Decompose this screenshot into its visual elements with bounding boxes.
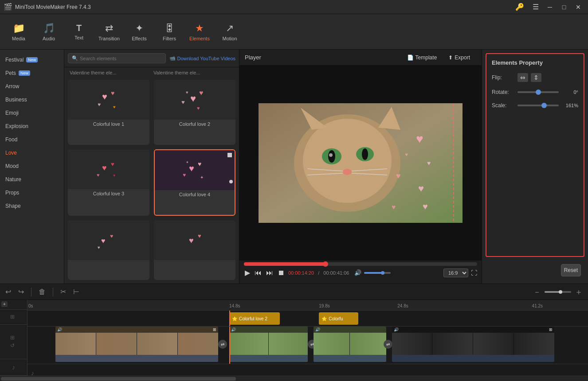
svg-text:♥: ♥ [405, 152, 408, 158]
toolbar-text[interactable]: T Text [64, 16, 94, 48]
category-mood[interactable]: Mood [0, 159, 64, 173]
toolbar-motion[interactable]: ↗ Motion [215, 16, 245, 48]
category-explosion[interactable]: Explosion [0, 120, 64, 133]
element-clip-2[interactable]: ⭐ Colorfu [319, 312, 358, 325]
category-love[interactable]: Love [0, 146, 64, 159]
scrollbar-thumb[interactable] [1, 377, 236, 381]
track1-icon-button[interactable]: ⊞ [10, 314, 15, 320]
video-track-icon-2[interactable]: ↺ [10, 342, 15, 349]
hearts-svg-2: ♥ ♥ ♥ ♥ ♥ [175, 84, 215, 115]
element-card-colorful-love-2[interactable]: ♥ ♥ ♥ ♥ ♥ Colorful love 2 [154, 80, 235, 145]
rotate-slider[interactable] [517, 91, 559, 93]
next-frame-button[interactable]: ⏭ [265, 268, 274, 278]
undo-button[interactable]: ↩ [4, 287, 13, 297]
scale-slider-thumb[interactable] [541, 103, 547, 108]
toolbar-media[interactable]: 📁 Media [4, 16, 34, 48]
progress-bar[interactable] [244, 262, 477, 266]
svg-text:♥: ♥ [198, 233, 201, 239]
element-card-colorful-love-6[interactable]: ♥ ♥ [154, 220, 235, 280]
cat-image: ♥ ♥ ♥ ♥ ♥ ♥ ♥ [259, 103, 463, 223]
close-button[interactable]: ✕ [572, 3, 584, 12]
toolbar-effects[interactable]: ✦ Effects [124, 16, 154, 48]
svg-text:♥: ♥ [199, 89, 204, 97]
element-card-colorful-love-1[interactable]: ♥ ♥ ♥ ♥ Colorful love 1 [68, 80, 149, 145]
flip-vertical-button[interactable]: ⇕ [531, 73, 541, 82]
category-arrow[interactable]: Arrow [0, 80, 64, 93]
volume-area: 🔊 [353, 268, 391, 277]
export-button[interactable]: ⬆ Export [442, 53, 476, 62]
svg-text:♥: ♥ [186, 90, 188, 95]
category-food[interactable]: Food [0, 133, 64, 146]
hearts-svg-6: ♥ ♥ [175, 225, 215, 256]
fullscreen-button[interactable]: ⛶ [471, 269, 477, 276]
zoom-in-button[interactable]: ＋ [573, 286, 584, 298]
toolbar-elements[interactable]: ★ Elements [184, 16, 215, 48]
template-button[interactable]: 📄 Template [402, 53, 443, 62]
elements-icon: ★ [195, 23, 204, 34]
cut-button[interactable]: ✂ [59, 287, 68, 297]
element-card-colorful-love-3[interactable]: ♥ ♥ ♥ ♥ Colorful love 3 [68, 149, 149, 216]
timeline-scrollbar[interactable] [0, 376, 588, 381]
player-title: Player [245, 54, 402, 61]
ruler-bar: 0s 14.8s 19.8s 24.8s 41.2s [27, 300, 588, 311]
download-youtube-button[interactable]: 📹 Download YouTube Videos [169, 55, 236, 61]
redo-button[interactable]: ↪ [16, 287, 26, 297]
video-clip-4[interactable]: 🔊 ⊞ [392, 327, 555, 362]
toolbar-filters[interactable]: 🎛 Filters [154, 16, 184, 48]
search-input[interactable] [80, 56, 133, 61]
toolbar-audio[interactable]: 🎵 Audio [34, 16, 64, 48]
category-emoji[interactable]: Emoji [0, 106, 64, 120]
video-clip-3[interactable]: 🔊 [314, 327, 386, 362]
progress-thumb[interactable] [323, 261, 328, 267]
scale-slider[interactable] [517, 105, 559, 106]
tick-14s: 14.8s [229, 303, 240, 310]
add-track-button[interactable]: + [1, 301, 8, 307]
playhead-element [229, 311, 230, 326]
category-props[interactable]: Props [0, 186, 64, 199]
category-festival[interactable]: Festival New [0, 53, 64, 66]
play-button[interactable]: ▶ [244, 268, 251, 278]
category-shape[interactable]: Shape [0, 199, 64, 213]
flip-horizontal-button[interactable]: ⇔ [517, 73, 528, 82]
maximize-button[interactable]: □ [558, 3, 570, 12]
rotate-row: Rotate: 0° [492, 89, 578, 95]
element-clip-1[interactable]: ⭐ Colorful love 2 [229, 312, 280, 325]
category-list: Festival New Pets New Arrow Business Emo… [0, 50, 64, 284]
card-label-6 [154, 260, 235, 264]
swap-button-1[interactable]: ⇄ [218, 340, 227, 349]
clip2-audio-icon: 🔊 [231, 327, 236, 332]
prev-frame-button[interactable]: ⏮ [254, 268, 263, 278]
category-business[interactable]: Business [0, 93, 64, 106]
menu-button[interactable]: ☰ [529, 3, 542, 12]
clip2-label: Colorfu [329, 316, 343, 321]
element-card-colorful-love-4[interactable]: ♥ ♥ ♥ ✦ ✦ Colorful love 4 [154, 149, 235, 216]
timeline: ↩ ↪ 🗑 ✂ ⊢ － ＋ + ⊞ ⊞ ↺ [0, 284, 588, 381]
zoom-slider[interactable] [545, 291, 571, 293]
video-clip-2[interactable]: 🔊 [229, 327, 308, 362]
video-track-icon-1[interactable]: ⊞ [10, 334, 15, 341]
stop-button[interactable]: ⏹ [277, 268, 286, 278]
swap-button-3[interactable]: ⇄ [384, 340, 392, 349]
volume-slider[interactable] [364, 272, 391, 274]
aspect-ratio-select[interactable]: 16:9 9:16 4:3 1:1 [443, 268, 468, 277]
rotate-slider-thumb[interactable] [536, 89, 541, 95]
svg-text:♥: ♥ [427, 159, 431, 167]
app-title: MiniTool MovieMaker Free 7.4.3 [15, 4, 515, 10]
timeline-tracks[interactable]: 0s 14.8s 19.8s 24.8s 41.2s ⭐ Colorful lo… [27, 300, 588, 376]
text-icon: T [76, 23, 82, 33]
delete-button[interactable]: 🗑 [37, 287, 47, 297]
element-card-colorful-love-5[interactable]: ♥ ♥ ♥ [68, 220, 149, 280]
minimize-button[interactable]: ─ [544, 3, 556, 12]
audio-icon: 🎵 [43, 23, 55, 34]
zoom-out-button[interactable]: － [531, 286, 543, 298]
category-nature[interactable]: Nature [0, 173, 64, 186]
volume-button[interactable]: 🔊 [353, 268, 362, 277]
search-box[interactable]: 🔍 [68, 53, 166, 63]
toolbar-transition[interactable]: ⇄ Transition [94, 16, 124, 48]
transition-icon: ⇄ [105, 23, 113, 34]
split-button[interactable]: ⊢ [71, 287, 81, 297]
reset-button[interactable]: Reset [561, 264, 581, 276]
video-clip-1[interactable]: 🔊 ⊞ [55, 327, 218, 362]
category-pets[interactable]: Pets New [0, 66, 64, 80]
clip1-icon: ⭐ [232, 316, 237, 321]
